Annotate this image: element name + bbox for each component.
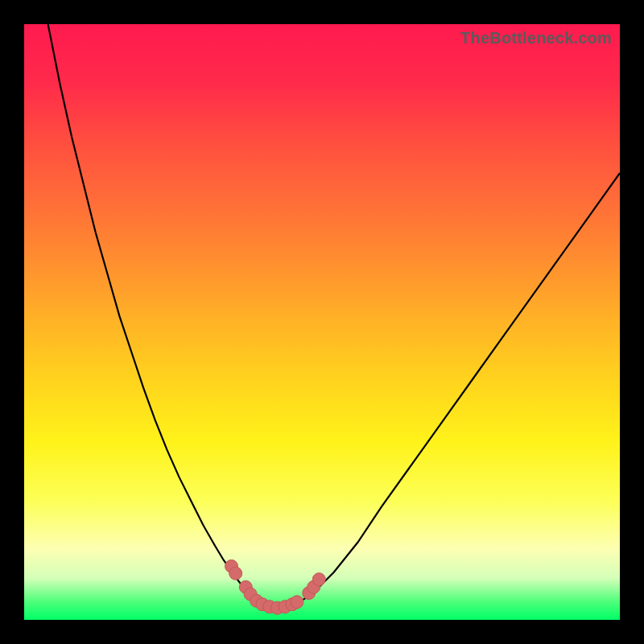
chart-frame: TheBottleneck.com [0, 0, 644, 644]
plot-area: TheBottleneck.com [24, 24, 620, 620]
watermark-text: TheBottleneck.com [460, 29, 612, 47]
valley-marker [239, 580, 252, 593]
curve-overlay [24, 24, 620, 620]
valley-marker [229, 567, 242, 580]
valley-marker [312, 573, 325, 586]
valley-marker [256, 598, 269, 611]
valley-marker [308, 580, 320, 593]
valley-marker [250, 594, 263, 607]
valley-marker [291, 596, 303, 609]
valley-marker [225, 559, 238, 572]
valley-marker [271, 601, 284, 614]
valley-marker [263, 601, 276, 613]
valley-marker [303, 587, 316, 600]
valley-marker [244, 588, 257, 601]
valley-marker [286, 598, 299, 611]
valley-markers [225, 559, 326, 614]
valley-marker [279, 601, 291, 613]
bottleneck-curve [48, 24, 620, 608]
